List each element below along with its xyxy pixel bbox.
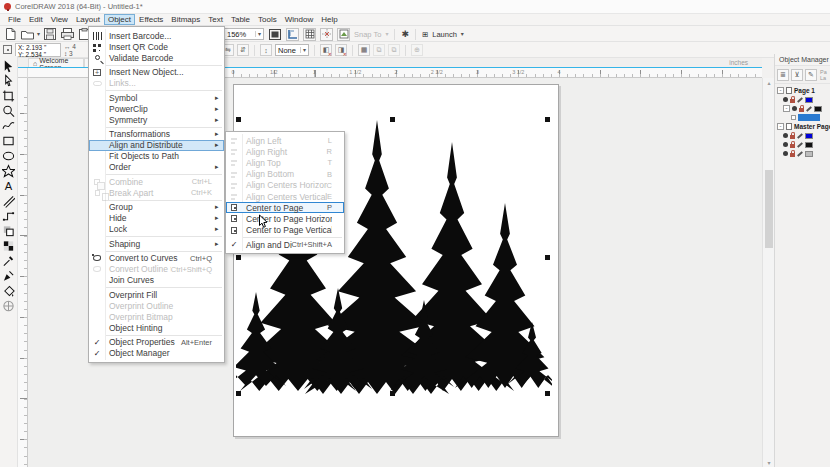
align-submenu-item-align-top[interactable]: Align TopT xyxy=(226,157,344,168)
zoom-tool-icon[interactable] xyxy=(1,103,17,118)
object-menu-item-overprint-outline[interactable]: Overprint Outline xyxy=(89,300,224,311)
om-layer-row[interactable] xyxy=(775,140,830,149)
object-menu-item-transformations[interactable]: Transformations▸ xyxy=(89,129,224,140)
snap-to-caret-icon[interactable]: ▾ xyxy=(385,31,388,37)
polygon-tool-icon[interactable] xyxy=(1,163,17,178)
menu-edit[interactable]: Edit xyxy=(25,14,47,25)
object-menu-item-break-apart[interactable]: Break ApartCtrl+K xyxy=(89,187,224,198)
edit-pencil-icon[interactable] xyxy=(797,133,803,138)
align-submenu-item-align-bottom[interactable]: Align BottomB xyxy=(226,169,344,180)
print-button[interactable] xyxy=(60,28,74,41)
visibility-eye-icon[interactable] xyxy=(792,106,797,111)
color-eyedropper-tool-icon[interactable] xyxy=(1,253,17,268)
object-menu-item-insert-barcode[interactable]: Insert Barcode... xyxy=(89,30,224,41)
align-submenu-item-center-to-page[interactable]: Center to PageP xyxy=(226,202,344,213)
selection-handle[interactable] xyxy=(545,255,550,260)
object-menu-item-join-curves[interactable]: Join Curves xyxy=(89,275,224,286)
selection-handle[interactable] xyxy=(545,117,550,122)
visibility-eye-icon[interactable] xyxy=(783,133,788,138)
expand-icon[interactable]: - xyxy=(777,123,784,130)
ruler-corner[interactable] xyxy=(18,68,28,78)
lock-icon[interactable] xyxy=(790,135,795,139)
align-submenu-item-align-centers-vertically[interactable]: Align Centers VerticallyE xyxy=(226,191,344,202)
lock-icon[interactable] xyxy=(799,108,804,112)
menu-bitmaps[interactable]: Bitmaps xyxy=(167,14,204,25)
options-gear-icon[interactable]: ✱ xyxy=(401,29,409,39)
om-layer-row[interactable] xyxy=(775,95,830,104)
object-menu-item-lock[interactable]: Lock▸ xyxy=(89,224,224,235)
object-menu-item-symmetry[interactable]: Symmetry▸ xyxy=(89,114,224,125)
object-menu-item-align-and-distribute[interactable]: Align and Distribute▸ xyxy=(89,140,224,151)
visibility-eye-icon[interactable] xyxy=(783,142,788,147)
menu-object[interactable]: Object xyxy=(104,14,135,25)
object-menu-item-insert-new-object[interactable]: Insert New Object... xyxy=(89,67,224,78)
object-menu-item-validate-barcode[interactable]: Validate Barcode xyxy=(89,52,224,63)
object-menu-item-insert-qr-code[interactable]: Insert QR Code xyxy=(89,41,224,52)
om-selected-object-row[interactable] xyxy=(775,113,830,122)
menu-layout[interactable]: Layout xyxy=(72,14,104,25)
object-menu-item-fit-objects-to-path[interactable]: Fit Objects to Path xyxy=(89,151,224,162)
menu-text[interactable]: Text xyxy=(204,14,227,25)
outline-width-select[interactable]: None ▾ xyxy=(275,44,309,56)
om-page-page-1[interactable]: -Page 1 xyxy=(775,86,830,95)
edit-pencil-icon[interactable] xyxy=(797,142,803,147)
align-submenu-item-align-centers-horizontally[interactable]: Align Centers HorizontallyC xyxy=(226,180,344,191)
object-menu-item-object-manager[interactable]: ✓Object Manager xyxy=(89,348,224,359)
zoom-level-combo[interactable]: 156% ▾ xyxy=(224,28,264,40)
selection-handle[interactable] xyxy=(236,391,241,396)
selection-handle[interactable] xyxy=(236,255,241,260)
om-layer-row[interactable] xyxy=(775,149,830,158)
menu-help[interactable]: Help xyxy=(317,14,341,25)
outline-pen-tool-icon[interactable] xyxy=(1,268,17,283)
add-perspective-button[interactable]: ⊕ xyxy=(411,44,423,56)
selection-handle[interactable] xyxy=(390,117,395,122)
visibility-eye-icon[interactable] xyxy=(783,97,788,102)
shape-tool-icon[interactable] xyxy=(1,73,17,88)
rectangle-tool-icon[interactable] xyxy=(1,133,17,148)
menu-view[interactable]: View xyxy=(47,14,72,25)
launch-button[interactable]: Launch xyxy=(432,30,457,39)
no-fill-button[interactable]: ◧ xyxy=(320,44,332,56)
object-size-fields[interactable]: ↔ 4 ↕ 3 xyxy=(64,43,88,57)
menu-window[interactable]: Window xyxy=(281,14,317,25)
new-document-button[interactable] xyxy=(3,28,17,41)
edit-pencil-icon[interactable] xyxy=(797,97,803,102)
object-position-fields[interactable]: X: 2.193 " Y: 2.534 " xyxy=(15,43,61,57)
vertical-scrollbar[interactable]: ▴ ▾ xyxy=(762,78,774,467)
menu-tools[interactable]: Tools xyxy=(254,14,281,25)
crop-tool-icon[interactable] xyxy=(1,88,17,103)
open-button[interactable] xyxy=(20,28,34,41)
view-mode-button[interactable] xyxy=(337,28,350,41)
save-button[interactable] xyxy=(43,28,57,41)
no-outline-button[interactable]: ◨ xyxy=(335,44,347,56)
om-layer-row[interactable] xyxy=(775,131,830,140)
object-menu-item-overprint-bitmap[interactable]: Overprint Bitmap xyxy=(89,311,224,322)
align-submenu-item-align-left[interactable]: Align LeftL xyxy=(226,135,344,146)
lock-icon[interactable] xyxy=(790,99,795,103)
pick-tool-icon[interactable] xyxy=(1,58,17,73)
new-layer-button[interactable]: ⊻ xyxy=(791,69,803,81)
launch-caret-icon[interactable]: ▾ xyxy=(461,31,464,37)
parallel-dimension-tool-icon[interactable] xyxy=(1,193,17,208)
object-width-field[interactable]: 4 xyxy=(72,43,76,50)
align-submenu-item-align-right[interactable]: Align RightR xyxy=(226,146,344,157)
align-submenu-item-center-to-page-horizontally[interactable]: Center to Page Horizontally xyxy=(226,213,344,224)
tab-welcome-screen[interactable]: ⌂ Welcome Screen xyxy=(28,58,84,68)
menu-table[interactable]: Table xyxy=(227,14,254,25)
transparency-tool-icon[interactable] xyxy=(1,238,17,253)
guidelines-toggle-button[interactable] xyxy=(320,28,333,41)
layer-manager-view-button[interactable]: ≣ xyxy=(777,69,789,81)
text-tool-icon[interactable]: A xyxy=(1,178,17,193)
object-menu-item-links[interactable]: Links... xyxy=(89,78,224,89)
ellipse-tool-icon[interactable] xyxy=(1,148,17,163)
mirror-vertically-button[interactable]: ⇵ xyxy=(237,44,249,56)
new-master-layer-button[interactable]: ✎ xyxy=(805,69,817,81)
open-caret-icon[interactable]: ▾ xyxy=(37,31,40,37)
selection-handle[interactable] xyxy=(545,391,550,396)
scrollbar-thumb[interactable] xyxy=(765,170,773,248)
object-menu-item-convert-to-curves[interactable]: Convert to CurvesCtrl+Q xyxy=(89,253,224,264)
drop-shadow-tool-icon[interactable] xyxy=(1,223,17,238)
connector-tool-icon[interactable] xyxy=(1,208,17,223)
object-menu-item-convert-outline-to-object[interactable]: Convert Outline to ObjectCtrl+Shift+Q xyxy=(89,264,224,275)
grid-toggle-button[interactable] xyxy=(303,28,316,41)
